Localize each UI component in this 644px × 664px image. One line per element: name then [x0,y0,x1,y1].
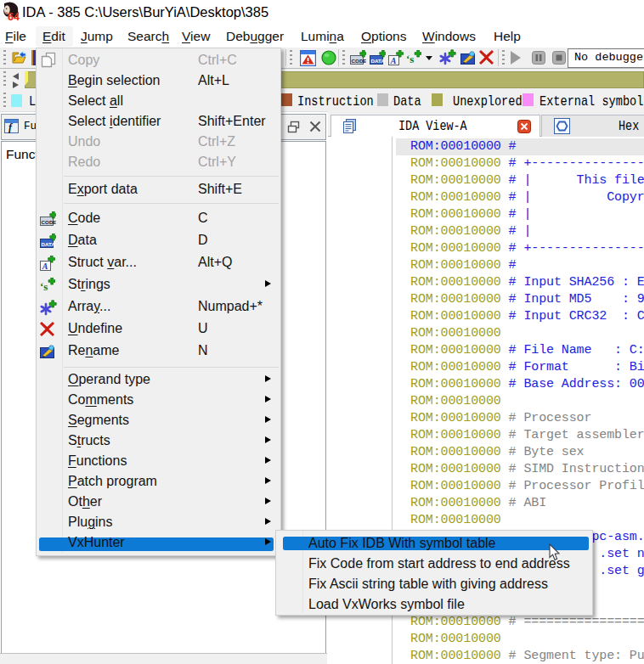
svg-text:A: A [390,56,397,65]
svg-text:DATA: DATA [371,58,386,64]
svg-text:‘s: ‘s [406,53,414,65]
svg-text:CODE: CODE [42,219,56,225]
svg-text:DATA: DATA [42,241,56,247]
svg-text:64: 64 [8,11,20,22]
svg-text:CODE: CODE [352,58,366,64]
svg-text:‘s: ‘s [40,280,48,293]
svg-text:A: A [42,262,48,271]
